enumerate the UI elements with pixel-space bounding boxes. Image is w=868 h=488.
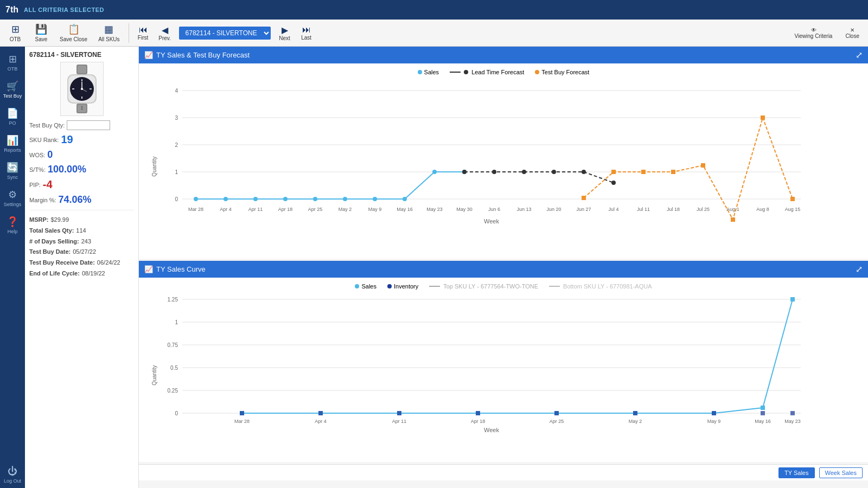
week-sales-tab[interactable]: Week Sales bbox=[819, 467, 863, 478]
wos-row: WOS: 0 bbox=[29, 149, 134, 160]
svg-text:May 16: May 16 bbox=[397, 207, 413, 212]
sidebar-item-test-buy[interactable]: 🛒 Test Buy bbox=[0, 76, 25, 103]
svg-text:1: 1 bbox=[175, 169, 178, 175]
svg-text:Apr 11: Apr 11 bbox=[248, 207, 263, 212]
viewing-criteria-button[interactable]: 👁 Viewing Criteria bbox=[789, 25, 838, 41]
sync-nav-icon: 🔄 bbox=[7, 162, 18, 174]
svg-point-37 bbox=[462, 170, 467, 174]
legend-test-buy-dot bbox=[535, 70, 539, 74]
svg-text:Mar 28: Mar 28 bbox=[234, 419, 250, 424]
svg-rect-100 bbox=[712, 411, 716, 415]
svg-text:0.25: 0.25 bbox=[168, 388, 178, 394]
logout-nav-icon: ⏻ bbox=[8, 466, 17, 477]
sidebar-item-reports[interactable]: 📊 Reports bbox=[0, 130, 25, 157]
chart-1-expand-icon[interactable]: ⤢ bbox=[856, 50, 863, 60]
close-button[interactable]: ✕ Close bbox=[840, 25, 865, 41]
po-nav-icon: 📄 bbox=[7, 107, 18, 119]
legend-sales-label: Sales bbox=[424, 69, 439, 75]
svg-text:Aug 15: Aug 15 bbox=[785, 207, 801, 212]
product-image bbox=[60, 62, 104, 116]
sku-rank-row: SKU Rank: 19 bbox=[29, 133, 134, 146]
test-buy-qty-label: Test Buy Qty: bbox=[29, 122, 65, 129]
save-close-button[interactable]: 📋 Save Close bbox=[55, 21, 92, 44]
chart-section-1: 📈 TY Sales & Test Buy Forecast ⤢ Sales bbox=[139, 47, 868, 259]
svg-rect-50 bbox=[790, 197, 795, 201]
sidebar-item-logout[interactable]: ⏻ Log Out bbox=[0, 461, 25, 488]
test-buy-receive-row: Test Buy Receive Date: 06/24/22 bbox=[29, 258, 134, 268]
test-buy-qty-input[interactable] bbox=[67, 120, 110, 130]
sku-dropdown[interactable]: 6782114 - SILVERTONE bbox=[179, 27, 271, 40]
test-buy-qty-row: Test Buy Qty: bbox=[29, 120, 134, 130]
chart-1-legend: Sales Lead Time Forecast Test Buy Foreca… bbox=[144, 69, 863, 75]
svg-text:Apr 25: Apr 25 bbox=[308, 207, 323, 212]
chart-1-icon: 📈 bbox=[144, 51, 153, 59]
sidebar-item-po[interactable]: 📄 PO bbox=[0, 103, 25, 130]
svg-rect-101 bbox=[761, 411, 765, 415]
days-selling-row: # of Days Selling: 243 bbox=[29, 236, 134, 247]
legend2-inventory: Inventory bbox=[387, 283, 418, 290]
legend-lead-time-label: Lead Time Forecast bbox=[471, 69, 524, 75]
sidebar-item-otb[interactable]: ⊞ OTB bbox=[0, 49, 25, 76]
svg-text:Jul 11: Jul 11 bbox=[637, 207, 650, 212]
pip-value: -4 bbox=[43, 178, 53, 191]
svg-text:2: 2 bbox=[175, 142, 178, 148]
ty-sales-tab[interactable]: TY Sales bbox=[778, 467, 814, 478]
reports-nav-icon: 📊 bbox=[7, 134, 18, 146]
legend-lead-time-dot bbox=[464, 70, 468, 74]
eol-row: End of Life Cycle: 08/19/22 bbox=[29, 268, 134, 279]
legend2-top-sku: Top SKU LY - 6777564-TWO-TONE bbox=[429, 283, 538, 290]
sidebar-item-settings[interactable]: ⚙ Settings bbox=[0, 184, 25, 211]
svg-point-29 bbox=[253, 197, 258, 201]
chart-2-icon: 📈 bbox=[144, 265, 153, 273]
svg-point-32 bbox=[343, 197, 347, 201]
svg-text:May 23: May 23 bbox=[426, 207, 443, 212]
svg-rect-49 bbox=[761, 115, 765, 120]
next-button[interactable]: ▶ Next bbox=[275, 23, 295, 43]
svg-text:Jul 25: Jul 25 bbox=[697, 207, 710, 212]
sidebar-item-help[interactable]: ❓ Help bbox=[0, 211, 25, 239]
save-button[interactable]: 💾 Save bbox=[29, 21, 53, 44]
margin-label: Margin %: bbox=[29, 197, 56, 203]
svg-point-15 bbox=[81, 106, 82, 108]
svg-text:4: 4 bbox=[175, 88, 178, 94]
svg-text:Apr 4: Apr 4 bbox=[220, 207, 232, 212]
product-panel: 6782114 - SILVERTONE bbox=[25, 47, 139, 488]
chart-2-svg: 1.25 1 0.75 0.5 0.25 0 bbox=[166, 294, 806, 435]
otb-button[interactable]: ⊞ OTB bbox=[3, 21, 27, 44]
svg-rect-97 bbox=[476, 411, 480, 415]
svg-rect-98 bbox=[554, 411, 559, 415]
all-skus-button[interactable]: ▦ All SKUs bbox=[94, 21, 124, 44]
svg-text:Jun 27: Jun 27 bbox=[576, 207, 591, 212]
svg-point-42 bbox=[611, 181, 616, 185]
svg-text:3: 3 bbox=[175, 115, 178, 121]
chart-2-expand-icon[interactable]: ⤢ bbox=[856, 264, 863, 274]
svg-text:May 9: May 9 bbox=[707, 419, 721, 424]
svg-point-35 bbox=[432, 170, 437, 174]
svg-point-28 bbox=[224, 197, 228, 201]
last-button[interactable]: ⏭ Last bbox=[297, 23, 316, 43]
days-selling-label: # of Days Selling: bbox=[29, 236, 79, 247]
svg-text:Apr 18: Apr 18 bbox=[278, 207, 293, 212]
days-selling-value: 243 bbox=[81, 236, 91, 247]
svg-text:1: 1 bbox=[175, 319, 178, 325]
test-buy-date-row: Test Buy Date: 05/27/22 bbox=[29, 247, 134, 258]
total-sales-row: Total Sales Qty: 114 bbox=[29, 226, 134, 236]
product-title: 6782114 - SILVERTONE bbox=[29, 51, 134, 59]
prev-button[interactable]: ◀ Prev. bbox=[155, 23, 175, 43]
svg-text:Apr 4: Apr 4 bbox=[315, 419, 327, 424]
svg-rect-45 bbox=[641, 170, 646, 174]
bottom-tabs: TY Sales Week Sales bbox=[139, 464, 868, 480]
svg-point-31 bbox=[313, 197, 317, 201]
legend2-top-sku-label: Top SKU LY - 6777564-TWO-TONE bbox=[443, 283, 538, 290]
first-button[interactable]: ⏮ First bbox=[133, 23, 153, 43]
sidebar-item-sync[interactable]: 🔄 Sync bbox=[0, 157, 25, 184]
svg-rect-95 bbox=[318, 411, 323, 415]
st-label: S/T%: bbox=[29, 166, 46, 173]
all-skus-icon: ▦ bbox=[104, 23, 113, 35]
save-close-icon: 📋 bbox=[68, 23, 80, 35]
test-buy-date-label: Test Buy Date: bbox=[29, 247, 71, 258]
chart-1-body: Sales Lead Time Forecast Test Buy Foreca… bbox=[139, 63, 868, 259]
svg-rect-92 bbox=[761, 406, 765, 410]
help-nav-icon: ❓ bbox=[7, 216, 18, 228]
svg-text:0: 0 bbox=[175, 410, 178, 416]
